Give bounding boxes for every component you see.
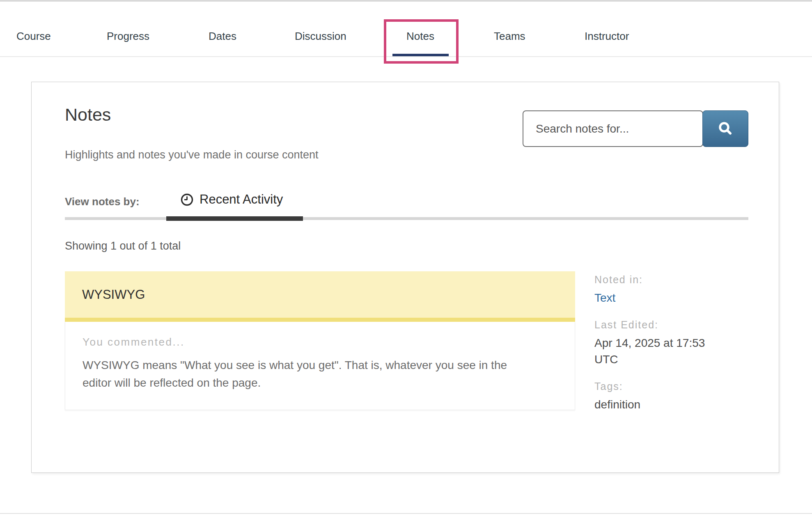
view-tab-label: Recent Activity <box>200 192 283 207</box>
tab-progress[interactable]: Progress <box>107 30 149 43</box>
note-highlighted-text: WYSIWYG <box>65 271 575 322</box>
tab-discussion[interactable]: Discussion <box>295 30 346 43</box>
results-summary: Showing 1 out of 1 total <box>65 240 181 252</box>
view-tabs-rail <box>65 217 748 220</box>
tab-dates[interactable]: Dates <box>209 30 236 43</box>
tags-label: Tags: <box>594 380 722 392</box>
tags-group: Tags: definition <box>594 380 722 413</box>
last-edited-group: Last Edited: Apr 14, 2025 at 17:53 UTC <box>594 319 722 368</box>
notes-page: Course Progress Dates Discussion Notes T… <box>0 0 812 518</box>
page-subtitle: Highlights and notes you've made in cour… <box>65 149 319 161</box>
page-title: Notes <box>65 105 111 125</box>
course-tab-nav: Course Progress Dates Discussion Notes T… <box>0 2 812 57</box>
tab-instructor[interactable]: Instructor <box>585 30 629 43</box>
search-input[interactable] <box>523 110 703 147</box>
last-edited-value: Apr 14, 2025 at 17:53 UTC <box>594 335 722 368</box>
noted-in-link[interactable]: Text <box>594 291 615 304</box>
tags-value: definition <box>594 397 722 413</box>
noted-in-group: Noted in: Text <box>594 274 722 307</box>
search-button[interactable] <box>702 110 748 147</box>
note-comment-body: You commented... WYSIWYG means "What you… <box>65 322 575 410</box>
tab-notes[interactable]: Notes <box>406 30 434 43</box>
note-card: WYSIWYG You commented... WYSIWYG means "… <box>65 271 575 410</box>
note-row: WYSIWYG You commented... WYSIWYG means "… <box>65 271 722 425</box>
highlight-label: WYSIWYG <box>82 287 145 302</box>
tab-teams[interactable]: Teams <box>494 30 525 43</box>
comment-label: You commented... <box>83 336 557 348</box>
tab-course[interactable]: Course <box>16 30 51 43</box>
note-metadata: Noted in: Text Last Edited: Apr 14, 2025… <box>594 271 722 425</box>
view-tab-active-indicator <box>166 216 303 221</box>
view-tab-recent-activity[interactable]: Recent Activity <box>180 192 283 207</box>
view-notes-by-label: View notes by: <box>65 195 140 208</box>
notes-panel: Notes Highlights and notes you've made i… <box>31 82 779 473</box>
footer-divider <box>0 513 812 514</box>
clock-icon <box>180 193 194 206</box>
comment-text: WYSIWYG means "What you see is what you … <box>83 357 538 392</box>
active-tab-underline <box>392 54 449 56</box>
noted-in-label: Noted in: <box>594 274 722 286</box>
search-icon <box>716 120 734 138</box>
last-edited-label: Last Edited: <box>594 319 722 331</box>
